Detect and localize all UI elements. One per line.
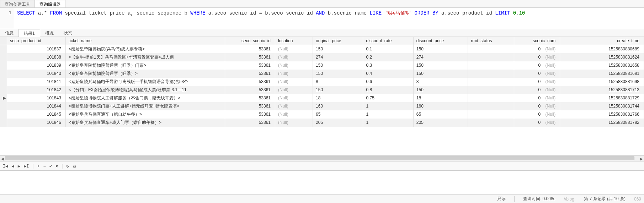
col-discount-rate[interactable]: discount_rate [363,37,413,45]
cell-scenic-num[interactable]: 0 (Null) [514,78,560,86]
cell-discount-rate[interactable]: 0.8 [363,86,413,94]
cell-original-price[interactable]: 274 [313,53,363,61]
cell-scenic-num[interactable]: 0 (Null) [514,70,560,78]
tab-status[interactable]: 状态 [59,29,77,37]
nav-first-button[interactable]: I◀ [3,164,8,169]
scroll-thumb[interactable] [5,157,634,160]
table-row[interactable]: 101841<秦始皇陵兵马俑电子导游可离线版—手机智能语音导览(含53个5336… [0,78,644,86]
cell-discount-rate[interactable]: 0.6 [363,78,413,86]
cell-scenic-num[interactable]: 0 (Null) [514,110,560,119]
tab-result1[interactable]: 结果1 [18,29,40,37]
cell-seco-scenic-id[interactable]: 53361 [225,94,275,102]
col-location[interactable]: location [275,37,313,45]
nav-refresh-button[interactable]: ↻ [66,164,69,169]
nav-add-button[interactable]: + [37,164,40,169]
cell-discount-rate[interactable]: 0.2 [363,53,413,61]
cell-seco-product-id[interactable]: 101838 [7,53,65,61]
table-row[interactable]: 101838<【途牛-提前1天】兵马俑景区+华清宫景区套票>成人票53361(N… [0,53,644,61]
col-create-time[interactable]: create_time [560,37,644,45]
cell-seco-scenic-id[interactable]: 53361 [225,102,275,110]
cell-seco-scenic-id[interactable]: 53361 [225,86,275,94]
nav-last-button[interactable]: ▶I [24,164,29,169]
cell-discount-price[interactable]: 8 [413,78,468,86]
cell-create-time[interactable]: 1525830881766 [560,110,644,119]
sql-editor[interactable]: 1 SELECT a.* FROM special_ticket_price a… [0,8,644,29]
cell-ticket-name[interactable]: <【途牛-提前1天】兵马俑景区+华清宫景区套票>成人票 [65,53,225,61]
cell-scenic-num[interactable]: 0 (Null) [514,94,560,102]
cell-create-time[interactable]: 1525830881658 [560,61,644,70]
col-ticket-name[interactable]: ticket_name [65,37,225,45]
tab-query-builder[interactable]: 查询创建工具 [0,0,35,7]
cell-create-time[interactable]: 1525830881713 [560,86,644,94]
table-row[interactable]: 101844<秦始皇陵博物院门票+人工讲解+赠无线耳麦+赠老腔表演>53361(… [0,102,644,110]
cell-original-price[interactable]: 8 [313,78,363,86]
cell-rmd-status[interactable] [468,78,514,86]
cell-discount-rate[interactable]: 1 [363,110,413,119]
cell-rmd-status[interactable] [468,102,514,110]
cell-location[interactable]: (Null) [275,61,313,70]
horizontal-scrollbar[interactable]: ◀ ▶ [0,156,644,161]
nav-apply-button[interactable]: ✔ [49,164,52,169]
cell-ticket-name[interactable]: <秦始皇帝陵博物院普通票（旺季）门票> [65,61,225,70]
cell-location[interactable]: (Null) [275,45,313,53]
cell-create-time[interactable]: 1525830881698 [560,78,644,86]
cell-discount-rate[interactable]: 1 [363,102,413,110]
cell-scenic-num[interactable]: 0 (Null) [514,53,560,61]
table-row[interactable]: 101845<秦始皇兵马俑直通车（赠自助午餐）>53361(Null)65165… [0,110,644,119]
cell-ticket-name[interactable]: <秦始皇陵博物院人工讲解服务（不含门票，赠无线耳麦）> [65,94,225,102]
cell-seco-scenic-id[interactable]: 53361 [225,53,275,61]
cell-location[interactable]: (Null) [275,119,313,127]
sql-text[interactable]: SELECT a.* FROM special_ticket_price a, … [14,8,528,29]
result-grid[interactable]: seco_product_id ticket_name seco_scenic_… [0,37,644,156]
table-row[interactable]: ▶101843<秦始皇陵博物院人工讲解服务（不含门票，赠无线耳麦）>53361(… [0,94,644,102]
cell-seco-scenic-id[interactable]: 53361 [225,45,275,53]
nav-next-button[interactable]: ▶ [18,164,20,169]
cell-location[interactable]: (Null) [275,78,313,86]
cell-discount-rate[interactable]: 0.1 [363,45,413,53]
cell-discount-price[interactable]: 150 [413,70,468,78]
cell-rmd-status[interactable] [468,45,514,53]
cell-original-price[interactable]: 65 [313,110,363,119]
cell-location[interactable]: (Null) [275,94,313,102]
cell-discount-price[interactable]: 160 [413,102,468,110]
cell-discount-rate[interactable]: 0.4 [363,70,413,78]
cell-seco-scenic-id[interactable]: 53361 [225,119,275,127]
cell-rmd-status[interactable] [468,53,514,61]
cell-rmd-status[interactable] [468,61,514,70]
cell-seco-product-id[interactable]: 101837 [7,45,65,53]
tab-info[interactable]: 信息 [0,29,18,37]
nav-delete-button[interactable]: − [43,164,46,169]
cell-original-price[interactable]: 18 [313,94,363,102]
cell-rmd-status[interactable] [468,119,514,127]
cell-scenic-num[interactable]: 0 (Null) [514,61,560,70]
cell-discount-price[interactable]: 150 [413,45,468,53]
cell-seco-scenic-id[interactable]: 53361 [225,110,275,119]
table-row[interactable]: 101840<秦始皇帝陵博物院普通票（旺季）>53361(Null)1500.4… [0,70,644,78]
cell-discount-price[interactable]: 205 [413,119,468,127]
cell-location[interactable]: (Null) [275,110,313,119]
cell-ticket-name[interactable]: <秦始皇陵兵马俑电子导游可离线版—手机智能语音导览(含53个 [65,78,225,86]
cell-ticket-name[interactable]: <秦始皇帝陵博物院(兵马俑)成人票专项> [65,45,225,53]
cell-scenic-num[interactable]: 0 (Null) [514,86,560,94]
tab-profile[interactable]: 概况 [40,29,59,37]
cell-create-time[interactable]: 1525830880689 [560,45,644,53]
cell-ticket-name[interactable]: <秦始皇兵马俑直通车+成人门票（赠自助午餐）> [65,119,225,127]
cell-scenic-num[interactable]: 0 (Null) [514,45,560,53]
table-row[interactable]: 101839<秦始皇帝陵博物院普通票（旺季）门票>53361(Null)1500… [0,61,644,70]
cell-discount-rate[interactable]: 0.3 [363,61,413,70]
cell-rmd-status[interactable] [468,70,514,78]
tab-query-editor[interactable]: 查询编辑器 [35,0,65,7]
scroll-right-icon[interactable]: ▶ [639,156,644,161]
col-seco-product-id[interactable]: seco_product_id [7,37,65,45]
cell-rmd-status[interactable] [468,94,514,102]
cell-seco-product-id[interactable]: 101841 [7,78,65,86]
scroll-left-icon[interactable]: ◀ [0,156,5,161]
cell-original-price[interactable]: 205 [313,119,363,127]
cell-scenic-num[interactable]: 0 (Null) [514,102,560,110]
cell-seco-product-id[interactable]: 101840 [7,70,65,78]
cell-location[interactable]: (Null) [275,86,313,94]
cell-create-time[interactable]: 1525830881782 [560,119,644,127]
cell-ticket-name[interactable]: <（分销）FX秦始皇帝陵博物院(兵马俑)成人票(旺季票 3.1—11. [65,86,225,94]
cell-create-time[interactable]: 1525830881624 [560,53,644,61]
col-original-price[interactable]: original_price [313,37,363,45]
